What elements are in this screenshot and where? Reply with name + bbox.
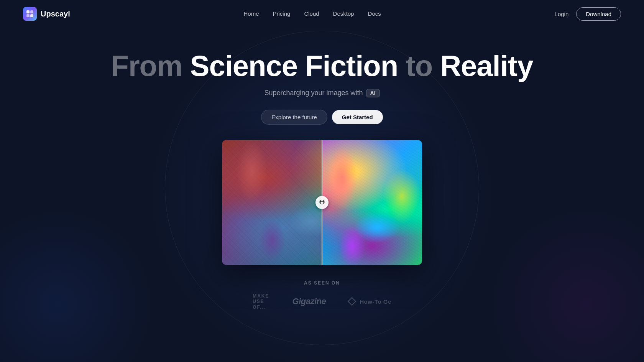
hero-subtitle-text: Supercharging your images with: [264, 89, 363, 97]
hero-title: From Science Fiction to Reality: [111, 51, 533, 81]
get-started-button[interactable]: Get Started: [332, 110, 383, 124]
howto-text: How-To Ge: [360, 298, 391, 305]
as-seen-on-section: AS SEEN ON MAKEUSEOF... Gigazine How-To …: [0, 280, 644, 310]
makeuseof-text: MAKEUSEOF...: [253, 293, 269, 310]
gigazine-text: Gigazine: [292, 296, 326, 306]
brand-name: Upscayl: [41, 10, 70, 18]
download-button[interactable]: Download: [576, 7, 621, 21]
nav-docs[interactable]: Docs: [368, 10, 381, 17]
svg-rect-0: [26, 10, 30, 13]
hero-title-sf: Science Fiction: [190, 49, 398, 82]
svg-rect-1: [30, 10, 33, 13]
logo-makeuseof: MAKEUSEOF...: [253, 293, 269, 310]
logo-gigazine: Gigazine: [292, 296, 326, 306]
logo-link[interactable]: Upscayl: [23, 7, 70, 21]
hero-title-reality: Reality: [440, 49, 533, 82]
hero-subtitle: Supercharging your images with AI: [264, 89, 380, 97]
nav-home[interactable]: Home: [244, 10, 259, 17]
svg-rect-3: [30, 14, 33, 17]
ai-badge: AI: [366, 89, 380, 97]
navbar: Upscayl Home Pricing Cloud Desktop Docs …: [0, 0, 644, 28]
login-button[interactable]: Login: [555, 11, 569, 17]
howto-icon: [348, 297, 356, 306]
nav-pricing[interactable]: Pricing: [273, 10, 291, 17]
explore-button[interactable]: Explore the future: [261, 110, 327, 125]
hero-section: From Science Fiction to Reality Supercha…: [0, 28, 644, 265]
as-seen-logos: MAKEUSEOF... Gigazine How-To Ge: [253, 293, 391, 310]
logo-icon: [23, 7, 37, 21]
nav-actions: Login Download: [555, 7, 621, 21]
svg-rect-2: [26, 14, 30, 17]
nav-links: Home Pricing Cloud Desktop Docs: [244, 10, 381, 17]
hero-buttons: Explore the future Get Started: [261, 110, 383, 125]
logo-howtogeek: How-To Ge: [349, 298, 391, 305]
hero-title-to: to: [406, 49, 432, 82]
nav-cloud[interactable]: Cloud: [304, 10, 319, 17]
nav-desktop[interactable]: Desktop: [333, 10, 354, 17]
as-seen-label: AS SEEN ON: [304, 280, 340, 286]
image-comparison[interactable]: [222, 140, 422, 265]
hero-title-from: From: [111, 49, 182, 82]
comparison-handle[interactable]: [315, 196, 329, 209]
